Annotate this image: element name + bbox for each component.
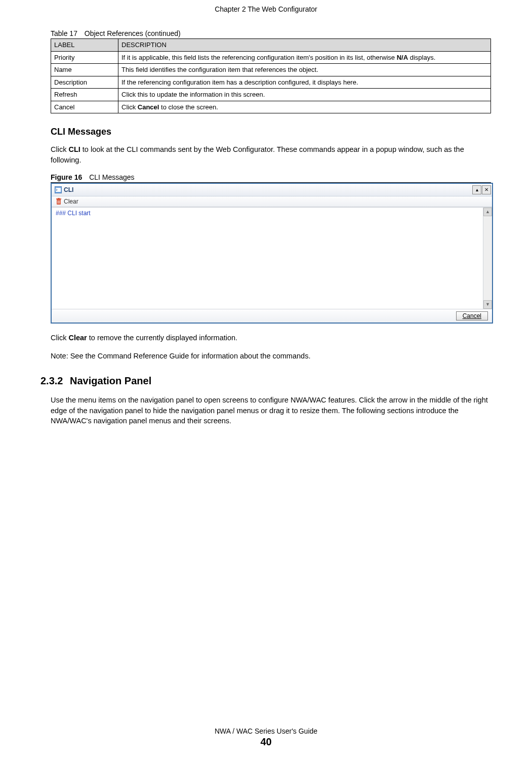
desc-text: If the referencing configuration item ha… bbox=[121, 78, 358, 86]
terminal-icon bbox=[55, 186, 62, 193]
cli-window-title: CLI bbox=[64, 186, 73, 193]
svg-rect-1 bbox=[56, 188, 61, 192]
table-row: Name This field identifies the configura… bbox=[51, 64, 491, 76]
cell-label: Priority bbox=[51, 51, 118, 64]
scroll-up-icon[interactable]: ▲ bbox=[483, 208, 492, 216]
cli-footer: Cancel bbox=[52, 309, 492, 323]
text-run: to look at the CLI commands sent by the … bbox=[51, 145, 464, 164]
text-bold: Clear bbox=[68, 334, 87, 342]
cell-desc: This field identifies the configuration … bbox=[118, 64, 491, 76]
footer-guide-title: NWA / WAC Series User's Guide bbox=[0, 727, 532, 735]
collapse-icon[interactable]: ▴ bbox=[472, 185, 481, 194]
desc-text: This field identifies the configuration … bbox=[121, 66, 318, 73]
th-description: DESCRIPTION bbox=[118, 39, 491, 52]
desc-bold: Cancel bbox=[138, 103, 159, 111]
desc-text: Click this to update the information in … bbox=[121, 91, 265, 98]
table-row: Priority If it is applicable, this field… bbox=[51, 51, 491, 64]
note-paragraph: Note: See the Command Reference Guide fo… bbox=[51, 351, 492, 361]
object-references-table: LABEL DESCRIPTION Priority If it is appl… bbox=[51, 38, 491, 113]
table-row: Cancel Click Cancel to close the screen. bbox=[51, 101, 491, 113]
svg-rect-4 bbox=[58, 198, 60, 199]
table-row: Refresh Click this to update the informa… bbox=[51, 89, 491, 101]
text-run: Click bbox=[51, 145, 68, 153]
cell-desc: Click Cancel to close the screen. bbox=[118, 101, 491, 113]
figure-caption: Figure 16 CLI Messages bbox=[51, 173, 491, 183]
cli-titlebar: CLI ▴ ✕ bbox=[52, 184, 492, 196]
cli-toolbar: Clear bbox=[52, 196, 492, 207]
close-icon[interactable]: ✕ bbox=[482, 185, 491, 194]
figure-title: CLI Messages bbox=[89, 173, 134, 181]
chapter-header: Chapter 2 The Web Configurator bbox=[40, 0, 492, 13]
text-run: to remove the currently displayed inform… bbox=[87, 334, 237, 342]
table-row: Description If the referencing configura… bbox=[51, 76, 491, 89]
th-label: LABEL bbox=[51, 39, 118, 52]
cell-label: Description bbox=[51, 76, 118, 89]
text-bold: CLI bbox=[68, 145, 80, 153]
heading-title: Navigation Panel bbox=[70, 375, 151, 386]
scroll-down-icon[interactable]: ▼ bbox=[483, 300, 492, 309]
cell-desc: If the referencing configuration item ha… bbox=[118, 76, 491, 89]
desc-bold: N/A bbox=[397, 54, 408, 61]
cell-label: Cancel bbox=[51, 101, 118, 113]
text-run: Click bbox=[51, 334, 68, 342]
cli-output-text: ### CLI start bbox=[52, 208, 492, 309]
desc-text: If it is applicable, this field lists th… bbox=[121, 54, 397, 61]
footer-page-number: 40 bbox=[0, 736, 532, 748]
cell-desc: If it is applicable, this field lists th… bbox=[118, 51, 491, 64]
cell-label: Refresh bbox=[51, 89, 118, 101]
trash-icon[interactable] bbox=[56, 198, 62, 205]
heading-number: 2.3.2 bbox=[40, 375, 63, 386]
cli-messages-heading: CLI Messages bbox=[51, 127, 492, 137]
desc-text: Click bbox=[121, 103, 138, 111]
after-figure-paragraph: Click Clear to remove the currently disp… bbox=[51, 333, 492, 343]
clear-button[interactable]: Clear bbox=[64, 198, 78, 205]
table-title: Object References (continued) bbox=[85, 29, 181, 37]
cli-output-area: ### CLI start ▲ ▼ bbox=[52, 207, 492, 309]
navigation-panel-heading: 2.3.2 Navigation Panel bbox=[40, 375, 492, 387]
desc-text: displays. bbox=[408, 54, 435, 61]
table-number: Table 17 bbox=[51, 29, 77, 37]
navigation-panel-paragraph: Use the menu items on the navigation pan… bbox=[51, 395, 492, 426]
vertical-scrollbar[interactable]: ▲ ▼ bbox=[483, 208, 492, 309]
cell-desc: Click this to update the information in … bbox=[118, 89, 491, 101]
cell-label: Name bbox=[51, 64, 118, 76]
cli-popup-window: CLI ▴ ✕ Clear ### CLI start bbox=[51, 183, 493, 324]
cancel-button[interactable]: Cancel bbox=[456, 311, 488, 320]
figure-number: Figure 16 bbox=[51, 173, 82, 181]
page-footer: NWA / WAC Series User's Guide 40 bbox=[0, 727, 532, 748]
desc-text: to close the screen. bbox=[159, 103, 218, 111]
table-caption: Table 17 Object References (continued) bbox=[40, 29, 492, 37]
cli-intro-paragraph: Click CLI to look at the CLI commands se… bbox=[51, 144, 492, 165]
